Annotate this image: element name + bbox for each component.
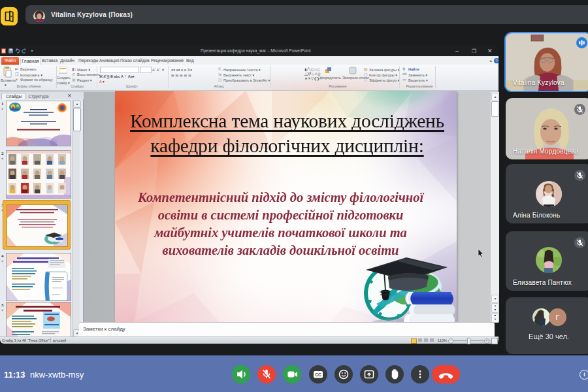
svg-text:Г: Г [556, 314, 560, 321]
svg-text:CC: CC [315, 372, 321, 377]
